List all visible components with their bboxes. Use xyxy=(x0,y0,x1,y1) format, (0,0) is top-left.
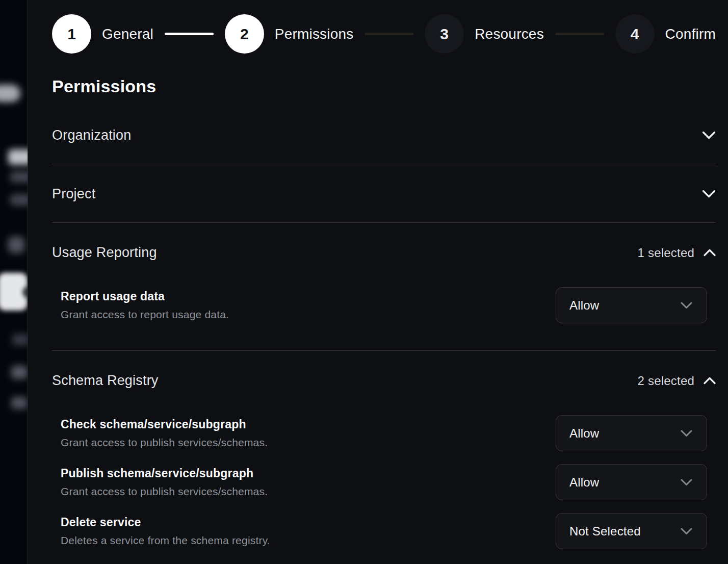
permission-row-delete-service: Delete service Deletes a service from th… xyxy=(52,513,716,549)
section-usage-reporting: Usage Reporting 1 selected Report usage … xyxy=(52,223,716,351)
step-confirm-indicator[interactable]: 4 xyxy=(615,14,655,54)
chevron-down-icon xyxy=(681,479,692,486)
permission-rows: Check schema/service/subgraph Grant acce… xyxy=(52,415,716,549)
sidebar-blur-nav-item xyxy=(11,397,28,409)
step-permissions-indicator[interactable]: 2 xyxy=(225,14,264,54)
permission-select-value: Allow xyxy=(569,298,599,313)
create-token-wizard-panel: 1 General 2 Permissions 3 Resources 4 Co… xyxy=(28,0,728,564)
step-general-indicator[interactable]: 1 xyxy=(52,14,91,54)
step-connector-pending xyxy=(555,33,604,35)
step-general[interactable]: 1 General xyxy=(52,14,153,54)
permission-select[interactable]: Allow xyxy=(556,287,707,323)
sidebar-blur-nav-item xyxy=(12,334,28,345)
permission-select-value: Allow xyxy=(569,475,599,490)
chevron-down-icon xyxy=(681,302,692,309)
chevron-down-icon xyxy=(681,430,692,437)
sidebar-blur-icon xyxy=(8,237,24,253)
chevron-down-icon xyxy=(702,190,716,198)
step-permissions[interactable]: 2 Permissions xyxy=(225,14,354,54)
section-project: Project xyxy=(52,164,716,223)
sidebar-blur-text xyxy=(10,171,28,183)
permission-select[interactable]: Allow xyxy=(556,464,707,500)
permissions-sections: Organization Project Usage Reporting 1 s… xyxy=(52,96,716,564)
section-title: Organization xyxy=(52,127,132,143)
section-title: Usage Reporting xyxy=(52,245,157,261)
page-title: Permissions xyxy=(52,76,716,96)
permission-title: Publish schema/service/subgraph xyxy=(61,467,268,480)
chevron-up-icon xyxy=(704,377,716,384)
permission-description: Grant access to publish services/schemas… xyxy=(61,437,268,449)
selected-count-badge: 2 selected xyxy=(638,374,694,388)
permission-text: Publish schema/service/subgraph Grant ac… xyxy=(61,467,268,498)
chevron-down-icon xyxy=(681,528,692,535)
step-connector-complete xyxy=(165,33,214,35)
permission-description: Grant access to publish services/schemas… xyxy=(61,485,268,498)
section-project-header[interactable]: Project xyxy=(52,186,716,202)
permission-title: Report usage data xyxy=(61,290,229,303)
section-schema-registry: Schema Registry 2 selected Check schema/… xyxy=(52,351,716,564)
permission-text: Report usage data Grant access to report… xyxy=(61,290,229,321)
section-title: Schema Registry xyxy=(52,373,159,389)
selected-count-badge: 1 selected xyxy=(638,246,694,260)
permission-text: Check schema/service/subgraph Grant acce… xyxy=(61,418,268,449)
step-general-label: General xyxy=(102,26,153,42)
permission-title: Check schema/service/subgraph xyxy=(61,418,268,431)
permission-description: Deletes a service from the schema regist… xyxy=(61,534,270,547)
chevron-down-icon xyxy=(702,131,716,140)
wizard-stepper: 1 General 2 Permissions 3 Resources 4 Co… xyxy=(52,14,716,54)
permission-rows: Report usage data Grant access to report… xyxy=(52,287,716,323)
section-schema-registry-header[interactable]: Schema Registry 2 selected xyxy=(52,373,716,389)
sidebar-blur-nav-item xyxy=(11,366,28,379)
section-organization: Organization xyxy=(52,96,716,164)
permission-row-report-usage-data: Report usage data Grant access to report… xyxy=(52,287,716,323)
sidebar-blur-text xyxy=(10,194,28,206)
permission-select-value: Not Selected xyxy=(569,524,641,539)
section-meta: 1 selected xyxy=(638,246,716,260)
section-organization-header[interactable]: Organization xyxy=(52,127,716,143)
step-confirm-label: Confirm xyxy=(665,26,716,42)
step-confirm[interactable]: 4 Confirm xyxy=(615,14,716,54)
chevron-up-icon xyxy=(704,249,716,257)
permission-text: Delete service Deletes a service from th… xyxy=(61,516,270,547)
permission-description: Grant access to report usage data. xyxy=(61,309,229,321)
permission-title: Delete service xyxy=(61,516,270,529)
sidebar-blur-heading xyxy=(8,149,28,165)
step-permissions-label: Permissions xyxy=(275,26,354,42)
permission-select[interactable]: Allow xyxy=(556,415,707,451)
permission-select-value: Allow xyxy=(569,426,599,441)
permission-row-publish-schema: Publish schema/service/subgraph Grant ac… xyxy=(52,464,716,500)
step-resources-indicator[interactable]: 3 xyxy=(425,14,464,54)
step-resources-label: Resources xyxy=(475,26,544,42)
section-usage-reporting-header[interactable]: Usage Reporting 1 selected xyxy=(52,245,716,261)
step-connector-pending xyxy=(365,33,413,35)
section-title: Project xyxy=(52,186,95,202)
background-sidebar xyxy=(0,0,28,564)
sidebar-blur-logo-pill xyxy=(0,85,20,102)
permission-row-check-schema: Check schema/service/subgraph Grant acce… xyxy=(52,415,716,451)
permission-select[interactable]: Not Selected xyxy=(556,513,707,549)
step-resources[interactable]: 3 Resources xyxy=(425,14,544,54)
section-meta: 2 selected xyxy=(638,374,716,388)
